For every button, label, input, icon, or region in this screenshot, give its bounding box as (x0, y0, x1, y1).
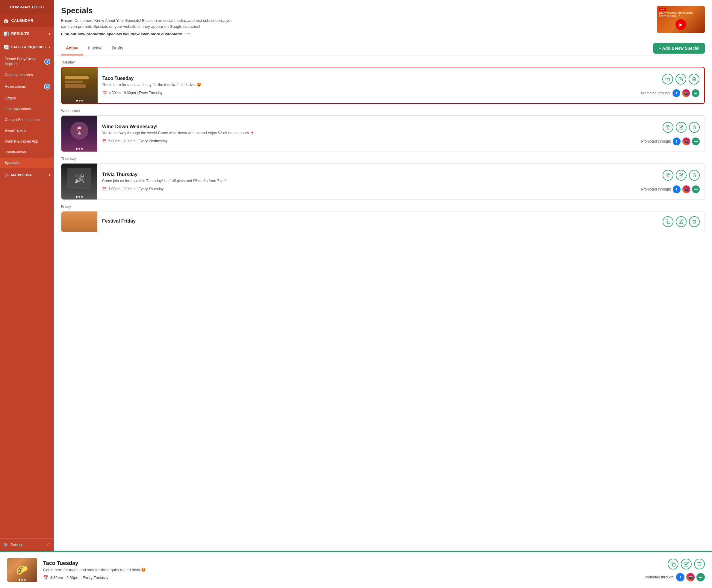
sidebar-sub-label: Private Party/Group Inquiries (5, 57, 42, 66)
sidebar-item-private-party[interactable]: Private Party/Group Inquiries 2 (0, 54, 54, 69)
special-actions: Promoted through: f 📷 ••• (637, 166, 705, 197)
bottom-promo-row: Promoted through: f 📷 ••• (645, 573, 705, 582)
special-actions (645, 212, 705, 231)
more-platforms-icon[interactable]: ••• (692, 138, 700, 145)
edit-button[interactable] (675, 74, 686, 84)
settings-footer[interactable]: ⚙️ Settings 📌 (0, 538, 54, 551)
day-section-wednesday: Wednesday 🍷 (61, 109, 705, 152)
special-desc: Come join us for trivia this Thursday! H… (102, 178, 632, 184)
page-title: Specials (61, 6, 235, 15)
day-section-tuesday: Tuesday (61, 60, 705, 104)
facebook-icon[interactable]: f (673, 185, 681, 193)
svg-rect-2 (667, 175, 670, 177)
delete-button[interactable] (689, 170, 700, 181)
copy-button[interactable] (662, 74, 673, 84)
delete-button[interactable] (689, 122, 700, 133)
instagram-icon[interactable]: 📷 (682, 89, 690, 97)
settings-label: Settings (10, 543, 23, 547)
special-time: 📅 5:00pm - 7:00pm | Every Wednesday (102, 139, 632, 143)
sidebar-item-label: RESULTS (12, 32, 30, 36)
company-logo: COMPANY LOGO (0, 0, 54, 14)
special-body: Festival Friday (97, 215, 645, 229)
chevron-up-icon: ▴ (49, 45, 50, 49)
day-label-tuesday: Tuesday (61, 60, 705, 64)
bottom-more-platforms-icon[interactable]: ••• (696, 573, 705, 582)
instagram-icon[interactable]: 📷 (682, 138, 690, 145)
edit-button[interactable] (676, 216, 687, 227)
more-platforms-icon[interactable]: ••• (692, 185, 700, 193)
special-name: Taco Tuesday (102, 76, 631, 81)
instagram-icon[interactable]: 📷 (682, 185, 690, 193)
special-actions: Promoted through: f 📷 ••• (637, 118, 705, 149)
trivia-thursday-image: 🎉 (61, 164, 97, 200)
sidebar-item-orders[interactable]: Orders (0, 93, 54, 104)
special-time: 📅 7:00pm - 9:00pm | Every Thursday (102, 187, 632, 191)
sidebar-item-event-tickets[interactable]: Event Tickets (0, 125, 54, 136)
add-special-button[interactable]: + Add a New Special (653, 43, 705, 54)
promoted-through-label: Promoted through: (641, 187, 671, 191)
promo-row: Promoted through: f 📷 ••• (641, 138, 700, 145)
tab-drafts[interactable]: Drafts (107, 41, 128, 56)
chevron-down-icon: ▾ (49, 33, 50, 36)
taco-tuesday-image (62, 67, 98, 103)
bottom-edit-button[interactable] (681, 559, 692, 569)
day-section-thursday: Thursday 🎉 (61, 157, 705, 200)
special-body: Trivia Thursday Come join us for trivia … (97, 168, 637, 195)
day-label-wednesday: Wednesday (61, 109, 705, 113)
sidebar-item-specials[interactable]: Specials (0, 158, 54, 168)
more-platforms-icon[interactable]: ••• (692, 89, 699, 97)
promoted-through-label: Promoted through: (641, 91, 671, 95)
sidebar-item-results[interactable]: 📊 RESULTS ▾ (0, 27, 54, 40)
sidebar-item-catering[interactable]: Catering Inquiries (0, 69, 54, 80)
copy-button[interactable] (663, 216, 673, 227)
delete-button[interactable] (689, 74, 699, 84)
special-time: 📅 4:30pm - 9:30pm | Every Tuesday (102, 91, 631, 95)
facebook-icon[interactable]: f (673, 138, 681, 145)
bottom-facebook-icon[interactable]: f (676, 573, 685, 582)
sidebar-item-marketing[interactable]: 📣 MARKETING ▾ (0, 168, 54, 182)
bottom-special-image: 🌮 (7, 558, 37, 582)
bottom-special-time: 📅 4:30pm - 9:30pm | Every Tuesday (43, 575, 639, 580)
special-name: Trivia Thursday (102, 172, 632, 177)
tab-active[interactable]: Active (61, 41, 83, 56)
sidebar-sub-label: EventPlanner (5, 150, 26, 154)
svg-rect-3 (667, 221, 670, 224)
edit-button[interactable] (676, 122, 687, 133)
private-party-badge: 2 (44, 59, 50, 65)
copy-button[interactable] (663, 122, 673, 133)
bottom-special-desc: Get in here for tacos and stay for the t… (43, 568, 639, 572)
bottom-instagram-icon[interactable]: 📷 (686, 573, 695, 582)
copy-button[interactable] (663, 170, 673, 181)
sidebar-item-sales-inquiries[interactable]: 📈 SALES & INQUIRIES ▴ (0, 40, 54, 54)
video-thumbnail[interactable]: LIVE WANT TO REEL CUSTOMERS OFF THE COUC… (657, 6, 705, 33)
day-section-friday: Friday Festival Friday (61, 205, 705, 232)
action-icons (663, 216, 700, 227)
video-play-button[interactable]: ▶ (675, 19, 686, 30)
pin-icon: 📌 (46, 543, 50, 547)
sidebar-item-job-applications[interactable]: Job Applications (0, 104, 54, 114)
video-more-icon[interactable]: ⋮ (698, 8, 703, 14)
delete-button[interactable] (689, 216, 700, 227)
sidebar-item-label: CALENDAR (12, 19, 34, 23)
edit-button[interactable] (676, 170, 687, 181)
bottom-delete-button[interactable] (694, 559, 705, 569)
sidebar-item-reservations[interactable]: Reservations 12 (0, 80, 54, 93)
page-title-area: Specials Ensure Customers Know About You… (61, 6, 235, 36)
festival-friday-image (61, 211, 97, 232)
promoted-through-label: Promoted through: (641, 139, 671, 144)
special-desc: You're halfway through the week! Come wi… (102, 131, 632, 136)
image-dots (76, 148, 83, 150)
tab-inactive[interactable]: Inactive (83, 41, 107, 56)
sidebar-item-contact-form[interactable]: Contact Form Inquiries (0, 114, 54, 125)
sidebar-item-event-planner[interactable]: EventPlanner (0, 147, 54, 158)
special-actions: Promoted through: f 📷 ••• (636, 69, 704, 101)
facebook-icon[interactable]: f (672, 89, 680, 97)
promo-link[interactable]: Find out how promoting specials will dra… (61, 32, 235, 36)
sidebar-item-waitlist[interactable]: Waitlist & Tables App (0, 136, 54, 147)
sidebar-item-calendar[interactable]: 📅 CALENDAR (0, 14, 54, 27)
action-icons (663, 170, 700, 181)
sidebar: COMPANY LOGO 📅 CALENDAR 📊 RESULTS ▾ 📈 SA… (0, 0, 54, 551)
bottom-copy-button[interactable] (668, 559, 678, 569)
calendar-icon-sm: 📅 (102, 139, 107, 143)
promo-link-text: Find out how promoting specials will dra… (61, 32, 182, 36)
